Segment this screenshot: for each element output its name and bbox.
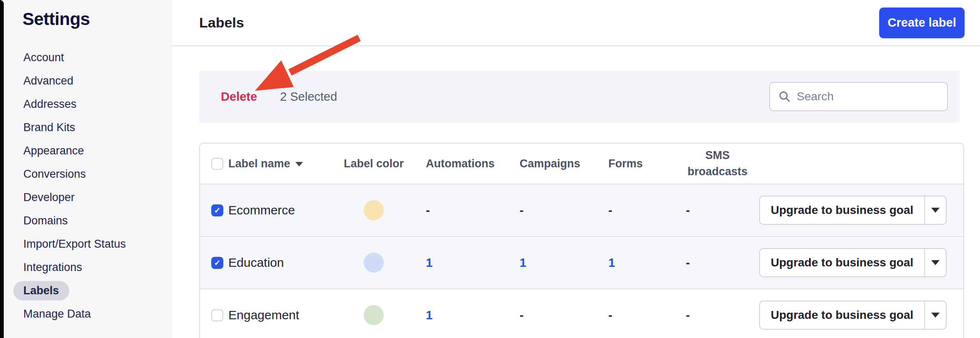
row-checkbox[interactable]: ✓	[211, 204, 223, 216]
sidebar-item-import-export-status[interactable]: Import/Export Status	[4, 232, 172, 256]
column-sms-broadcasts: SMS broadcasts	[683, 147, 752, 180]
campaigns-count-link[interactable]: 1	[520, 256, 526, 269]
upgrade-to-business-goal-button[interactable]: Upgrade to business goal	[760, 249, 924, 276]
sort-caret-icon	[295, 162, 303, 167]
sidebar-item-domains[interactable]: Domains	[4, 209, 172, 232]
sidebar-item-label: Import/Export Status	[23, 238, 126, 251]
create-label-button[interactable]: Create label	[879, 7, 965, 38]
sidebar-item-label: Domains	[23, 214, 68, 227]
upgrade-dropdown-toggle[interactable]	[924, 249, 946, 276]
label-color-dot	[364, 305, 384, 325]
sidebar-item-label: Integrations	[23, 261, 82, 274]
search-icon	[778, 90, 791, 103]
sidebar-item-label: Conversions	[23, 168, 86, 181]
column-label-name[interactable]: Label name	[228, 157, 334, 170]
upgrade-dropdown-toggle[interactable]	[924, 301, 946, 329]
sidebar-item-label: Manage Data	[23, 308, 91, 321]
sidebar-item-advanced[interactable]: Advanced	[4, 69, 172, 92]
upgrade-to-business-goal-button[interactable]: Upgrade to business goal	[760, 301, 924, 329]
campaigns-empty-value: -	[520, 308, 524, 322]
label-name: Engagement	[228, 308, 334, 322]
table-row: Engagement1---Upgrade to business goal	[200, 288, 963, 338]
column-label-color: Label color	[344, 157, 404, 170]
column-forms: Forms	[597, 157, 680, 170]
sidebar-item-account[interactable]: Account	[4, 46, 172, 69]
table-row: ✓Ecommerce----Upgrade to business goal	[200, 184, 963, 236]
label-color-dot	[364, 253, 384, 273]
select-all-checkbox[interactable]	[211, 158, 223, 170]
row-checkbox[interactable]	[211, 309, 223, 321]
content-area: Delete 2 Selected Label name Label color…	[172, 46, 980, 338]
sidebar-nav: AccountAdvancedAddressesBrand KitsAppear…	[4, 46, 172, 326]
row-checkbox[interactable]: ✓	[211, 257, 223, 269]
labels-table: Label name Label color Automations Campa…	[199, 143, 964, 338]
label-name: Education	[228, 256, 334, 270]
search-box[interactable]	[769, 82, 948, 111]
automations-count-link[interactable]: 1	[426, 256, 432, 269]
page-title: Labels	[199, 15, 244, 31]
campaigns-empty-value: -	[520, 204, 524, 217]
sms-broadcasts-empty-value: -	[686, 204, 690, 217]
sidebar-item-label: Brand Kits	[23, 121, 75, 134]
sms-broadcasts-empty-value: -	[686, 308, 690, 322]
sidebar-item-integrations[interactable]: Integrations	[4, 256, 172, 279]
selection-count: 2 Selected	[280, 90, 337, 104]
column-automations: Automations	[413, 157, 507, 170]
upgrade-dropdown-toggle[interactable]	[924, 196, 946, 224]
automations-count-link[interactable]: 1	[426, 308, 432, 322]
table-body: ✓Ecommerce----Upgrade to business goal✓E…	[200, 184, 963, 338]
chevron-down-icon	[931, 313, 940, 318]
table-header-row: Label name Label color Automations Campa…	[200, 144, 963, 184]
sidebar-item-label: Labels	[13, 281, 69, 301]
upgrade-to-business-goal-button[interactable]: Upgrade to business goal	[760, 196, 924, 224]
upgrade-split-button: Upgrade to business goal	[759, 248, 947, 277]
sms-broadcasts-empty-value: -	[686, 256, 690, 269]
bulk-actions-toolbar: Delete 2 Selected	[199, 71, 960, 122]
search-input[interactable]	[797, 90, 939, 103]
automations-empty-value: -	[426, 204, 430, 217]
sidebar-title: Settings	[22, 9, 172, 29]
sidebar-item-labels[interactable]: Labels	[4, 279, 172, 302]
upgrade-split-button: Upgrade to business goal	[759, 301, 947, 330]
delete-button[interactable]: Delete	[221, 90, 257, 104]
main-panel: Labels Create label Delete 2 Selected La…	[172, 0, 980, 338]
sidebar-item-label: Addresses	[23, 98, 77, 111]
table-row: ✓Education111-Upgrade to business goal	[200, 236, 963, 288]
sidebar-item-manage-data[interactable]: Manage Data	[4, 302, 172, 326]
chevron-down-icon	[931, 208, 940, 213]
sidebar-item-conversions[interactable]: Conversions	[4, 162, 172, 186]
forms-empty-value: -	[608, 308, 612, 322]
sidebar-item-label: Advanced	[23, 75, 73, 87]
column-campaigns: Campaigns	[507, 157, 597, 170]
window-edge	[0, 0, 4, 338]
settings-sidebar: Settings AccountAdvancedAddressesBrand K…	[4, 0, 172, 338]
sidebar-item-label: Appearance	[23, 144, 84, 157]
upgrade-split-button: Upgrade to business goal	[759, 196, 947, 225]
sidebar-item-developer[interactable]: Developer	[4, 186, 172, 209]
sidebar-item-appearance[interactable]: Appearance	[4, 139, 172, 162]
forms-count-link[interactable]: 1	[608, 256, 615, 269]
label-color-dot	[364, 200, 384, 220]
forms-empty-value: -	[608, 204, 612, 217]
page-header: Labels Create label	[172, 0, 980, 46]
chevron-down-icon	[931, 260, 940, 265]
sidebar-item-brand-kits[interactable]: Brand Kits	[4, 116, 172, 139]
label-name: Ecommerce	[228, 203, 334, 217]
sidebar-item-addresses[interactable]: Addresses	[4, 92, 172, 116]
sidebar-item-label: Account	[23, 51, 64, 64]
sidebar-item-label: Developer	[23, 191, 75, 204]
